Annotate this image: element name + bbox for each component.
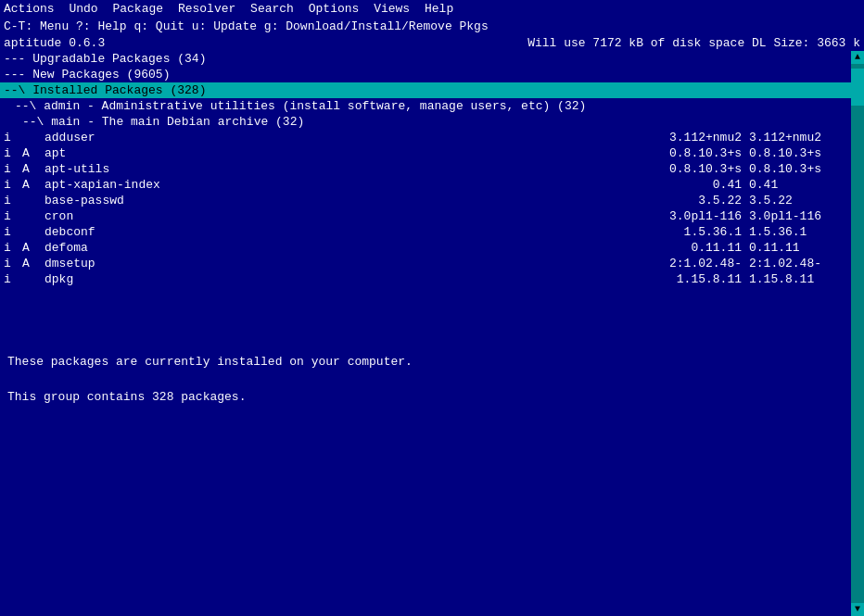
table-row[interactable]: iAapt-xapian-index0.410.41 [0, 177, 864, 193]
section-new[interactable]: --- New Packages (9605) [0, 67, 864, 82]
menu-options[interactable]: Options [309, 2, 360, 16]
pkg-version-candidate: 0.11.11 [749, 241, 860, 255]
pkg-version-candidate: 3.5.22 [749, 194, 860, 207]
pkg-flag [22, 194, 41, 207]
pkg-version-candidate: 3.0pl1-116 [749, 209, 860, 223]
pkg-version-candidate: 0.8.10.3+s [749, 162, 860, 176]
pkg-version-current: 2:1.02.48- [245, 257, 749, 270]
pkg-name: dmsetup [41, 257, 245, 270]
pkg-status: i [4, 225, 22, 239]
pkg-version-current: 1.5.36.1 [245, 225, 749, 239]
description-panel: These packages are currently installed o… [0, 347, 864, 616]
pkg-version-current: 0.41 [245, 178, 749, 192]
menu-undo[interactable]: Undo [69, 2, 97, 16]
menu-resolver[interactable]: Resolver [178, 2, 235, 16]
package-list-area[interactable]: --- Upgradable Packages (34) --- New Pac… [0, 51, 864, 347]
pkg-version-current: 0.8.10.3+s [245, 162, 749, 176]
disk-usage: Will use 7172 kB of disk space DL Size: … [527, 36, 860, 50]
pkg-flag [22, 131, 41, 145]
shortcut-text: C-T: Menu ?: Help q: Quit u: Update g: D… [4, 19, 489, 33]
subsection-admin-label: --\ admin - Administrative utilities (in… [15, 99, 586, 113]
section-new-label: --- New Packages (9605) [4, 68, 170, 82]
pkg-status: i [4, 146, 22, 160]
menu-package[interactable]: Package [112, 2, 163, 16]
pkg-status: i [4, 162, 22, 176]
pkg-status: i [4, 194, 22, 207]
scroll-down-button[interactable]: ▼ [851, 603, 864, 616]
scroll-thumb[interactable] [851, 69, 864, 106]
pkg-flag [22, 209, 41, 223]
pkg-name: base-passwd [41, 194, 245, 207]
scroll-up-button[interactable]: ▲ [851, 51, 864, 64]
section-installed-label: --\ Installed Packages (328) [4, 83, 206, 97]
pkg-name: defoma [41, 241, 245, 255]
pkg-name: apt [41, 146, 245, 160]
pkg-version-candidate: 0.8.10.3+s [749, 146, 860, 160]
pkg-flag [22, 225, 41, 239]
table-row[interactable]: idpkg1.15.8.111.15.8.11 [0, 271, 864, 287]
pkg-status: i [4, 178, 22, 192]
desc-line3: This group contains 328 packages. [7, 388, 857, 406]
pkg-flag: A [22, 162, 41, 176]
table-row[interactable]: iadduser3.112+nmu23.112+nmu2 [0, 130, 864, 145]
scroll-track[interactable] [851, 64, 864, 603]
table-row[interactable]: iAdmsetup2:1.02.48-2:1.02.48- [0, 256, 864, 271]
table-row[interactable]: icron3.0pl1-1163.0pl1-116 [0, 208, 864, 224]
subsection-main-label: --\ main - The main Debian archive (32) [22, 115, 304, 129]
subsection-admin[interactable]: --\ admin - Administrative utilities (in… [0, 98, 864, 114]
pkg-version-candidate: 2:1.02.48- [749, 257, 860, 270]
app-version: aptitude 0.6.3 [4, 36, 105, 50]
pkg-version-current: 0.11.11 [245, 241, 749, 255]
subsection-main[interactable]: --\ main - The main Debian archive (32) [0, 114, 864, 130]
menu-actions[interactable]: Actions [4, 2, 55, 16]
pkg-version-current: 3.5.22 [245, 194, 749, 207]
app: Actions Undo Package Resolver Search Opt… [0, 0, 864, 616]
pkg-version-current: 0.8.10.3+s [245, 146, 749, 160]
package-rows: iadduser3.112+nmu23.112+nmu2iAapt0.8.10.… [0, 130, 864, 287]
main-area: --- Upgradable Packages (34) --- New Pac… [0, 51, 864, 616]
pkg-flag: A [22, 241, 41, 255]
desc-line2 [7, 371, 857, 388]
pkg-name: cron [41, 209, 245, 223]
section-upgradable-label: --- Upgradable Packages (34) [4, 52, 206, 66]
table-row[interactable]: iAapt0.8.10.3+s0.8.10.3+s [0, 145, 864, 161]
section-installed[interactable]: --\ Installed Packages (328) [0, 82, 864, 98]
pkg-name: apt-utils [41, 162, 245, 176]
pkg-version-candidate: 0.41 [749, 178, 860, 192]
pkg-flag [22, 272, 41, 286]
pkg-version-candidate: 3.112+nmu2 [749, 131, 860, 145]
scrollbar[interactable]: ▲ ▼ [851, 51, 864, 616]
pkg-name: dpkg [41, 272, 245, 286]
pkg-status: i [4, 241, 22, 255]
shortcut-bar: C-T: Menu ?: Help q: Quit u: Update g: D… [0, 18, 864, 35]
menu-search[interactable]: Search [250, 2, 294, 16]
pkg-status: i [4, 257, 22, 270]
pkg-version-candidate: 1.5.36.1 [749, 225, 860, 239]
pkg-flag: A [22, 178, 41, 192]
pkg-name: apt-xapian-index [41, 178, 245, 192]
table-row[interactable]: iAapt-utils0.8.10.3+s0.8.10.3+s [0, 161, 864, 177]
desc-line1: These packages are currently installed o… [7, 353, 857, 371]
pkg-version-current: 3.112+nmu2 [245, 131, 749, 145]
pkg-name: adduser [41, 131, 245, 145]
section-upgradable[interactable]: --- Upgradable Packages (34) [0, 51, 864, 67]
pkg-name: debconf [41, 225, 245, 239]
table-row[interactable]: ibase-passwd3.5.223.5.22 [0, 193, 864, 208]
pkg-status: i [4, 272, 22, 286]
table-row[interactable]: idebconf1.5.36.11.5.36.1 [0, 224, 864, 240]
pkg-flag: A [22, 257, 41, 270]
pkg-flag: A [22, 146, 41, 160]
pkg-status: i [4, 131, 22, 145]
status-bar: aptitude 0.6.3 Will use 7172 kB of disk … [0, 35, 864, 51]
table-row[interactable]: iAdefoma0.11.110.11.11 [0, 240, 864, 256]
pkg-version-current: 1.15.8.11 [245, 272, 749, 286]
pkg-version-candidate: 1.15.8.11 [749, 272, 860, 286]
menu-help[interactable]: Help [425, 2, 453, 16]
pkg-status: i [4, 209, 22, 223]
menu-bar: Actions Undo Package Resolver Search Opt… [0, 0, 864, 18]
pkg-version-current: 3.0pl1-116 [245, 209, 749, 223]
menu-views[interactable]: Views [374, 2, 410, 16]
